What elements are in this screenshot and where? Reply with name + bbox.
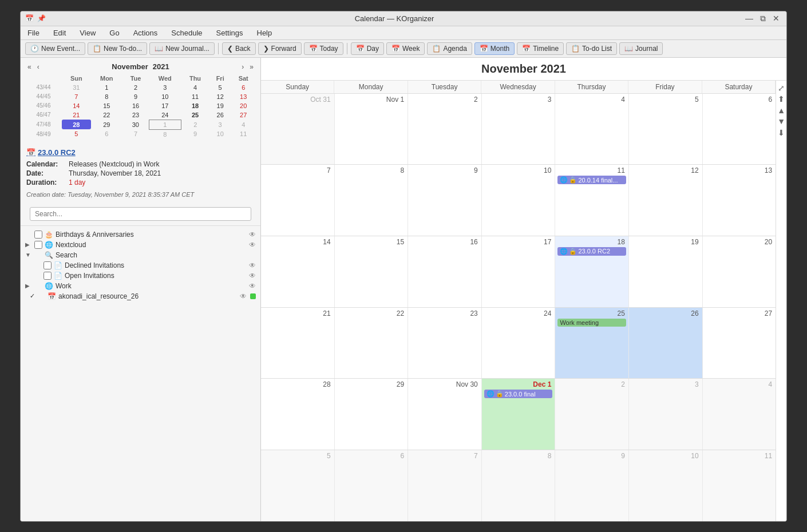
week-button[interactable]: 📅 Week	[386, 42, 425, 55]
mini-cal-day[interactable]: 24	[149, 110, 181, 120]
calendar-day-cell[interactable]: 25 Work meeting	[555, 308, 629, 379]
mini-cal-day[interactable]: 5	[62, 129, 91, 139]
calendar-day-cell[interactable]: 4	[703, 379, 776, 450]
mini-cal-nav-left[interactable]: « ‹	[25, 62, 42, 72]
mini-cal-day[interactable]: 19	[209, 101, 231, 110]
calendar-day-cell[interactable]: 13	[703, 165, 776, 236]
mini-cal-day[interactable]: 9	[181, 129, 209, 139]
calendar-day-cell[interactable]: 11 🌐 🔒 20.0.14 final...	[555, 165, 629, 236]
mini-cal-day[interactable]: 23	[122, 110, 149, 120]
calendar-event[interactable]: 🌐 🔒 20.0.14 final...	[557, 176, 626, 184]
scroll-up-icon[interactable]: ▲	[777, 105, 785, 117]
calendar-day-cell[interactable]: 5	[629, 94, 703, 165]
menu-schedule[interactable]: Schedule	[169, 27, 204, 38]
todo-list-button[interactable]: 📋 To-do List	[566, 42, 617, 55]
window-controls[interactable]: — ⧉ ✕	[743, 14, 782, 23]
day-button[interactable]: 📅 Day	[351, 42, 384, 55]
calendar-day-cell[interactable]: 8	[482, 450, 556, 521]
mini-cal-day[interactable]: 1	[149, 120, 181, 129]
list-item[interactable]: ▶ 🌐 Nextcloud 👁	[25, 240, 256, 250]
calendar-checkbox[interactable]	[34, 231, 42, 239]
mini-cal-day[interactable]: 25	[181, 110, 209, 120]
mini-cal-day[interactable]: 17	[149, 101, 181, 110]
list-item[interactable]: 📄 Open Invitations 👁	[25, 271, 256, 281]
calendar-day-cell[interactable]: 7	[408, 450, 482, 521]
calendar-day-cell[interactable]: 5	[261, 450, 335, 521]
calendar-day-cell[interactable]: 29	[335, 379, 409, 450]
mini-cal-day[interactable]: 10	[149, 92, 181, 101]
mini-cal-day[interactable]: 31	[62, 83, 91, 92]
mini-cal-day[interactable]: 8	[91, 92, 122, 101]
expand-icon[interactable]: ▼	[25, 252, 32, 258]
calendar-day-cell[interactable]: 26	[629, 308, 703, 379]
list-item[interactable]: 🎂 Birthdays & Anniversaries 👁	[25, 229, 256, 240]
timeline-button[interactable]: 📅 Timeline	[517, 42, 564, 55]
forward-button[interactable]: ❯ Forward	[258, 42, 302, 55]
calendar-day-cell[interactable]: 6	[703, 94, 776, 165]
eye-icon[interactable]: 👁	[249, 282, 256, 290]
calendar-checkbox[interactable]	[34, 241, 42, 249]
calendar-day-cell[interactable]: 19	[629, 236, 703, 307]
mini-cal-day[interactable]: 2	[122, 83, 149, 92]
close-button[interactable]: ✕	[770, 14, 782, 23]
calendar-day-cell[interactable]: 20	[703, 236, 776, 307]
calendar-day-cell[interactable]: 18 🌐 🔒 23.0.0 RC2	[555, 236, 629, 307]
calendar-day-cell[interactable]: 27	[703, 308, 776, 379]
new-event-button[interactable]: 🕐 New Event...	[25, 42, 85, 55]
calendar-checkbox[interactable]	[43, 272, 52, 280]
calendar-day-cell[interactable]: 15	[335, 236, 409, 307]
menu-go[interactable]: Go	[107, 27, 121, 38]
calendar-day-cell[interactable]: Oct 31	[261, 94, 335, 165]
mini-cal-day[interactable]: 14	[62, 101, 91, 110]
calendar-day-cell[interactable]: 2	[555, 379, 629, 450]
mini-cal-year[interactable]: 2021	[153, 62, 169, 71]
agenda-button[interactable]: 📋 Agenda	[427, 42, 472, 55]
calendar-day-cell[interactable]: 14	[261, 236, 335, 307]
calendar-day-cell[interactable]: 4	[555, 94, 629, 165]
mini-cal-day[interactable]: 28	[62, 120, 91, 129]
calendar-day-cell[interactable]: 16	[408, 236, 482, 307]
eye-icon[interactable]: 👁	[249, 261, 256, 269]
eye-icon[interactable]: 👁	[249, 241, 256, 249]
new-todo-button[interactable]: 📋 New To-do...	[88, 42, 147, 55]
calendar-day-cell[interactable]: 11	[703, 450, 776, 521]
menu-view[interactable]: View	[77, 27, 98, 38]
calendar-day-cell[interactable]: 9	[555, 450, 629, 521]
calendar-day-cell[interactable]: 7	[261, 165, 335, 236]
mini-cal-day[interactable]: 3	[209, 120, 231, 129]
mini-cal-prev[interactable]: ‹	[35, 62, 42, 72]
event-detail-title[interactable]: 📅 23.0.0 RC2	[26, 148, 255, 157]
mini-cal-day[interactable]: 26	[209, 110, 231, 120]
search-input[interactable]	[30, 207, 251, 221]
mini-cal-day[interactable]: 21	[62, 110, 91, 120]
scroll-bottom-icon[interactable]: ⬇	[778, 128, 785, 139]
mini-cal-day[interactable]: 6	[91, 129, 122, 139]
calendar-day-cell[interactable]: 3	[629, 379, 703, 450]
scroll-resize-icon[interactable]: ⤢	[778, 83, 785, 94]
month-button[interactable]: 📅 Month	[474, 42, 515, 55]
journal-button[interactable]: 📖 Journal	[619, 42, 663, 55]
mini-cal-day[interactable]: 9	[122, 92, 149, 101]
back-button[interactable]: ❮ Back	[222, 42, 256, 55]
mini-cal-day[interactable]: 2	[181, 120, 209, 129]
calendar-checkbox[interactable]	[43, 261, 52, 269]
scroll-down-icon[interactable]: ▼	[777, 116, 785, 128]
calendar-day-cell[interactable]: 10	[629, 450, 703, 521]
mini-cal-day[interactable]: 11	[181, 92, 209, 101]
minimize-button[interactable]: —	[743, 14, 755, 23]
today-button[interactable]: 📅 Today	[304, 42, 343, 55]
calendar-day-cell[interactable]: 22	[335, 308, 409, 379]
mini-cal-day[interactable]: 8	[149, 129, 181, 139]
eye-icon[interactable]: 👁	[240, 292, 247, 300]
mini-cal-day[interactable]: 3	[149, 83, 181, 92]
menu-file[interactable]: File	[25, 27, 42, 38]
list-item[interactable]: 📄 Declined Invitations 👁	[25, 260, 256, 271]
mini-cal-day[interactable]: 27	[231, 110, 256, 120]
mini-cal-day[interactable]: 12	[209, 92, 231, 101]
mini-cal-day[interactable]: 1	[91, 83, 122, 92]
scroll-top-icon[interactable]: ⬆	[778, 94, 785, 105]
calendar-day-cell[interactable]: 23	[408, 308, 482, 379]
mini-cal-day[interactable]: 5	[209, 83, 231, 92]
mini-cal-day[interactable]: 10	[209, 129, 231, 139]
calendar-day-cell[interactable]: 17	[482, 236, 556, 307]
